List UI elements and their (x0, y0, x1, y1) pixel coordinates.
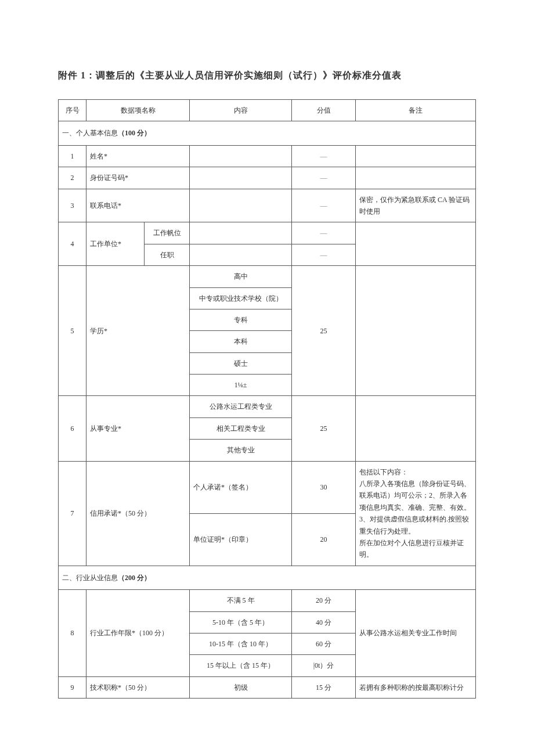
header-seq: 序号 (59, 100, 86, 121)
section-2-label: 二、行业从业信息 (62, 574, 118, 582)
cell-name: 从事专业* (86, 396, 190, 461)
section-1-header: 一、个人基本信息（100 分） (59, 121, 476, 145)
cell-name: 信用承诺*（50 分） (86, 461, 190, 566)
cell-content: 不满 5 年 (190, 590, 292, 611)
cell-content: 其他专业 (190, 440, 292, 461)
cell-content: 硕士 (190, 352, 292, 374)
cell-seq: 1 (59, 145, 86, 167)
cell-name: 联系电话* (86, 189, 190, 222)
cell-remark: 包括以下内容： 八所录入各项信息（除身份证号码、联系电话）均可公示；2、所录入各… (356, 461, 476, 566)
table-row: 9 技术职称*（50 分） 初级 15 分 若拥有多种职称的按最高职称计分 (59, 676, 476, 698)
cell-content: 高中 (190, 266, 292, 287)
section-2-header: 二、行业从业信息（200 分） (59, 566, 476, 589)
table-row: 7 信用承诺*（50 分） 个人承诺*（签名） 30 包括以下内容： 八所录入各… (59, 461, 476, 513)
table-row: 2 身份证号码* — (59, 167, 476, 189)
table-row: 3 联系电话* — 保密，仅作为紧急联系或 CA 验证码时使用 (59, 189, 476, 222)
cell-remark (356, 145, 476, 167)
cell-remark: 若拥有多种职称的按最高职称计分 (356, 676, 476, 698)
cell-seq: 9 (59, 676, 86, 698)
cell-sub: 工作帆位 (145, 222, 190, 244)
cell-seq: 7 (59, 461, 86, 566)
cell-score: 30 (292, 461, 356, 513)
header-content: 内容 (190, 100, 292, 121)
cell-seq: 4 (59, 222, 86, 266)
cell-remark (356, 396, 476, 461)
cell-content: 本科 (190, 331, 292, 352)
cell-score: — (292, 244, 356, 265)
cell-score: 20 (292, 513, 356, 566)
cell-score: — (292, 189, 356, 222)
cell-content: 10-15 年（含 10 年） (190, 633, 292, 654)
cell-content: 个人承诺*（签名） (190, 461, 292, 513)
cell-name: 身份证号码* (86, 167, 190, 189)
cell-name: 技术职称*（50 分） (86, 676, 190, 698)
cell-content: 15 年以上（含 15 年） (190, 655, 292, 676)
cell-content: 初级 (190, 676, 292, 698)
cell-score: 40 分 (292, 611, 356, 633)
cell-remark: 保密，仅作为紧急联系或 CA 验证码时使用 (356, 189, 476, 222)
cell-sub: 任职 (145, 244, 190, 265)
cell-score: 25 (292, 266, 356, 396)
cell-seq: 8 (59, 590, 86, 677)
cell-name: 学历* (86, 266, 190, 396)
table-row: 8 行业工作年限*（100 分） 不满 5 年 20 分 从事公路水运相关专业工… (59, 590, 476, 611)
cell-content (190, 244, 292, 265)
cell-content (190, 167, 292, 189)
cell-score: 25 (292, 396, 356, 461)
cell-content: 中专或职业技术学校（院） (190, 287, 292, 309)
cell-seq: 6 (59, 396, 86, 461)
cell-score: 20 分 (292, 590, 356, 611)
cell-content (190, 145, 292, 167)
cell-score: 15 分 (292, 676, 356, 698)
cell-remark (356, 222, 476, 266)
cell-seq: 5 (59, 266, 86, 396)
cell-content: 专科 (190, 309, 292, 330)
cell-content (190, 189, 292, 222)
cell-content: 单位证明*（印章） (190, 513, 292, 566)
cell-name: 行业工作年限*（100 分） (86, 590, 190, 677)
table-row: 1 姓名* — (59, 145, 476, 167)
section-2-points: （200 分） (118, 574, 151, 582)
table-row: 4 工作单位* 工作帆位 — (59, 222, 476, 244)
header-score: 分值 (292, 100, 356, 121)
cell-name: 工作单位* (86, 222, 145, 266)
cell-content: 5-10 年（含 5 年） (190, 611, 292, 633)
cell-remark (356, 266, 476, 396)
cell-score: |0t）分 (292, 655, 356, 676)
cell-remark: 从事公路水运相关专业工作时间 (356, 590, 476, 677)
cell-name: 姓名* (86, 145, 190, 167)
cell-seq: 3 (59, 189, 86, 222)
section-1-points: （100 分） (118, 129, 151, 137)
cell-content: 相关工程类专业 (190, 417, 292, 439)
header-remark: 备注 (356, 100, 476, 121)
scoring-table: 序号 数据项名称 内容 分值 备注 一、个人基本信息（100 分） 1 姓名* … (58, 99, 476, 699)
table-header-row: 序号 数据项名称 内容 分值 备注 (59, 100, 476, 121)
cell-score: — (292, 145, 356, 167)
document-title: 附件 1：调整后的《主要从业人员信用评价实施细则（试行）》评价标准分值表 (58, 70, 476, 82)
header-name: 数据项名称 (86, 100, 190, 121)
cell-content (190, 222, 292, 244)
cell-remark (356, 167, 476, 189)
table-row: 5 学历* 高中 25 (59, 266, 476, 287)
cell-score: 60 分 (292, 633, 356, 654)
section-1-label: 一、个人基本信息 (62, 129, 118, 137)
cell-content: 1⅛± (190, 375, 292, 396)
table-row: 6 从事专业* 公路水运工程类专业 25 (59, 396, 476, 417)
cell-content: 公路水运工程类专业 (190, 396, 292, 417)
cell-seq: 2 (59, 167, 86, 189)
cell-score: — (292, 222, 356, 244)
cell-score: — (292, 167, 356, 189)
